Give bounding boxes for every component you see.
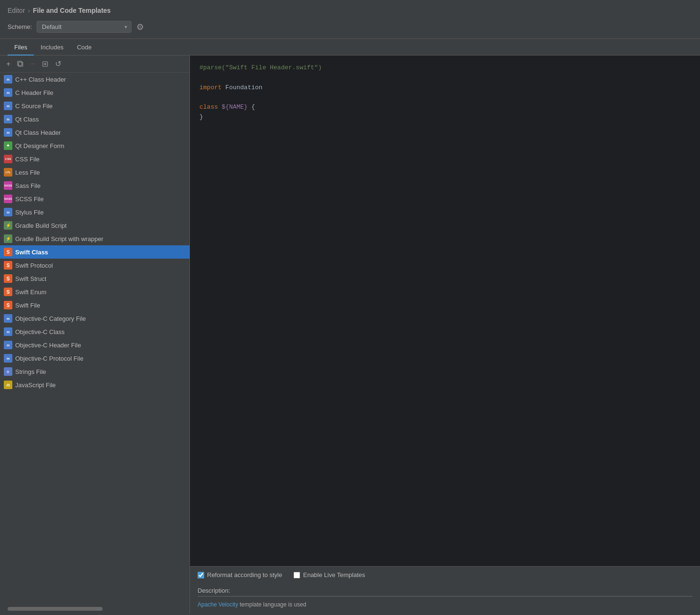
list-item-c-source-file[interactable]: mC Source File [0, 99, 189, 112]
description-section: Description: Apache Velocity template la… [190, 583, 700, 614]
file-label-sass-file: Sass File [15, 182, 40, 189]
tab-includes[interactable]: Includes [34, 39, 70, 56]
list-item-qt-class[interactable]: mQt Class [0, 112, 189, 126]
list-item-swift-struct[interactable]: SSwift Struct [0, 272, 189, 285]
reformat-checkbox-wrapper[interactable]: Reformat according to style [198, 571, 282, 578]
file-label-swift-file: Swift File [15, 302, 40, 309]
left-panel: + − ↺ mC++ Class HeadermC Header FilemC … [0, 56, 190, 614]
options-bar: Reformat according to style Enable Live … [190, 566, 700, 583]
code-editor[interactable]: #parse("Swift File Header.swift") import… [190, 56, 700, 566]
file-icon-gradle-build-script-wrapper: ⚡ [4, 234, 12, 243]
list-item-stylus-file[interactable]: mStylus File [0, 205, 189, 219]
file-icon-qt-designer-form: ✦ [4, 141, 12, 150]
file-icon-sass-file: SASS [4, 181, 12, 190]
file-icon-javascript-file: JS [4, 381, 12, 389]
scheme-row: Scheme: Default Project ⚙ [0, 19, 700, 38]
list-item-objc-class[interactable]: mObjective-C Class [0, 325, 189, 338]
header-editor-label: Editor [8, 7, 25, 14]
code-brace-close: } [199, 113, 203, 121]
scheme-dropdown-wrapper[interactable]: Default Project [37, 21, 132, 33]
list-item-swift-protocol[interactable]: SSwift Protocol [0, 259, 189, 272]
list-item-swift-class[interactable]: SSwift Class [0, 245, 189, 259]
remove-button[interactable]: − [28, 59, 37, 69]
list-item-sass-file[interactable]: SASSSass File [0, 179, 189, 192]
file-icon-qt-class-header: m [4, 128, 12, 137]
list-item-swift-enum[interactable]: SSwift Enum [0, 285, 189, 298]
list-item-scss-file[interactable]: SASSSCSS File [0, 192, 189, 205]
list-item-cpp-class-header[interactable]: mC++ Class Header [0, 73, 189, 86]
file-icon-cpp-class-header: m [4, 75, 12, 84]
code-class-brace-open: { [247, 103, 255, 111]
file-icon-objc-class: m [4, 327, 12, 336]
reformat-label: Reformat according to style [207, 571, 282, 578]
code-import-keyword: import [199, 84, 222, 91]
file-label-c-header-file: C Header File [15, 89, 53, 96]
file-label-objc-class: Objective-C Class [15, 328, 65, 335]
main-content: + − ↺ mC++ Class HeadermC Header FilemC … [0, 56, 700, 614]
list-item-css-file[interactable]: CSSCSS File [0, 152, 189, 166]
file-label-swift-struct: Swift Struct [15, 275, 47, 282]
code-line-2: import Foundation [199, 83, 691, 93]
file-icon-strings-file: ≡ [4, 367, 12, 376]
file-label-strings-file: Strings File [15, 368, 46, 375]
file-label-swift-enum: Swift Enum [15, 289, 47, 296]
svg-rect-0 [19, 62, 23, 66]
scrollbar-thumb[interactable] [8, 607, 103, 611]
apache-velocity-link[interactable]: Apache Velocity [198, 601, 238, 608]
live-templates-label: Enable Live Templates [303, 571, 365, 578]
file-label-gradle-build-script-wrapper: Gradle Build Script with wrapper [15, 235, 104, 242]
live-templates-checkbox[interactable] [293, 572, 300, 578]
file-icon-qt-class: m [4, 115, 12, 123]
file-label-cpp-class-header: C++ Class Header [15, 76, 66, 83]
live-templates-checkbox-wrapper[interactable]: Enable Live Templates [293, 571, 365, 578]
file-label-stylus-file: Stylus File [15, 209, 44, 216]
file-label-scss-file: SCSS File [15, 196, 44, 203]
list-item-strings-file[interactable]: ≡Strings File [0, 365, 189, 378]
list-item-qt-class-header[interactable]: mQt Class Header [0, 126, 189, 139]
reformat-checkbox[interactable] [198, 572, 204, 578]
code-parse-directive: #parse [199, 64, 222, 71]
code-string-value: ("Swift File Header.swift") [222, 64, 322, 71]
toolbar: + − ↺ [0, 56, 189, 73]
file-icon-swift-file: S [4, 301, 12, 309]
scheme-dropdown[interactable]: Default Project [37, 21, 132, 33]
description-note: Apache Velocity template language is use… [198, 601, 692, 608]
add-button[interactable]: + [4, 59, 13, 69]
tabs-bar: Files Includes Code [0, 39, 700, 56]
code-class-variable: ${NAME} [218, 103, 247, 111]
file-label-objc-header-file: Objective-C Header File [15, 342, 81, 349]
file-icon-gradle-build-script: ⚡ [4, 221, 12, 230]
file-icon-swift-struct: S [4, 274, 12, 283]
list-item-objc-category-file[interactable]: mObjective-C Category File [0, 312, 189, 325]
gear-icon[interactable]: ⚙ [136, 22, 144, 32]
code-line-3: class ${NAME} { [199, 102, 691, 112]
tab-files[interactable]: Files [8, 39, 34, 56]
file-label-qt-class: Qt Class [15, 116, 39, 123]
revert-button[interactable]: ↺ [53, 58, 64, 69]
file-label-gradle-build-script: Gradle Build Script [15, 222, 66, 229]
list-item-javascript-file[interactable]: JSJavaScript File [0, 378, 189, 391]
file-label-javascript-file: JavaScript File [15, 382, 56, 389]
file-label-swift-class: Swift Class [15, 249, 48, 256]
file-label-c-source-file: C Source File [15, 102, 53, 110]
duplicate-button[interactable] [39, 60, 51, 68]
list-item-swift-file[interactable]: SSwift File [0, 298, 189, 312]
copy-button[interactable] [15, 60, 26, 68]
description-note-text: template language is used [238, 601, 306, 608]
file-icon-swift-protocol: S [4, 261, 12, 270]
list-item-objc-header-file[interactable]: mObjective-C Header File [0, 338, 189, 352]
tab-code[interactable]: Code [70, 39, 98, 56]
list-item-gradle-build-script[interactable]: ⚡Gradle Build Script [0, 219, 189, 232]
list-item-less-file[interactable]: LTLLess File [0, 166, 189, 179]
file-label-qt-designer-form: Qt Designer Form [15, 142, 64, 149]
list-item-gradle-build-script-wrapper[interactable]: ⚡Gradle Build Script with wrapper [0, 232, 189, 245]
file-icon-c-header-file: m [4, 88, 12, 97]
file-list: mC++ Class HeadermC Header FilemC Source… [0, 73, 189, 604]
list-item-qt-designer-form[interactable]: ✦Qt Designer Form [0, 139, 189, 152]
list-item-c-header-file[interactable]: mC Header File [0, 86, 189, 99]
list-item-objc-protocol-file[interactable]: mObjective-C Protocol File [0, 352, 189, 365]
code-line-blank-1 [199, 73, 691, 83]
file-label-objc-protocol-file: Objective-C Protocol File [15, 355, 84, 362]
code-line-4: } [199, 112, 691, 122]
file-label-swift-protocol: Swift Protocol [15, 262, 53, 269]
